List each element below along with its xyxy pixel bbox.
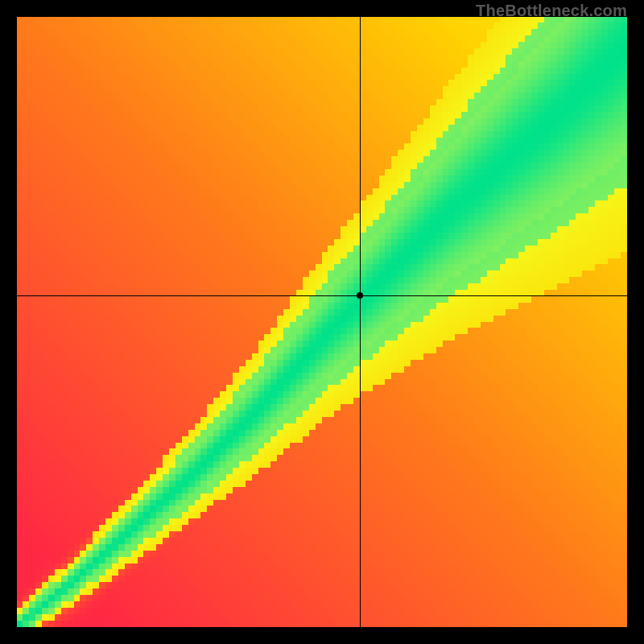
crosshair-vertical xyxy=(360,17,361,627)
crosshair-marker xyxy=(357,292,363,299)
heatmap-plot xyxy=(17,17,627,627)
crosshair-horizontal xyxy=(17,295,627,296)
heatmap-canvas xyxy=(17,17,627,627)
chart-frame: TheBottleneck.com xyxy=(0,0,644,644)
watermark-label: TheBottleneck.com xyxy=(476,2,627,20)
